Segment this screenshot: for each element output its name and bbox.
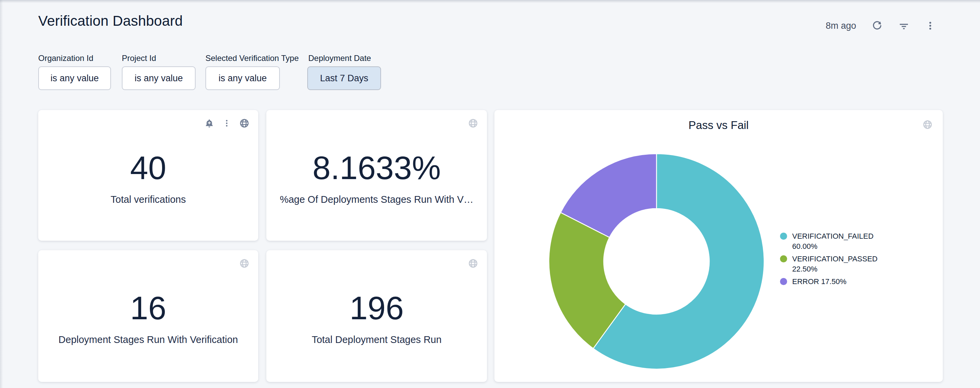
legend-item-verification-passed[interactable]: VERIFICATION_PASSED 22.50% — [780, 254, 883, 274]
pass-vs-fail-card: Pass vs Fail VERIFICATION_FAILED 60.00% — [495, 110, 943, 382]
globe-icon[interactable] — [468, 118, 478, 128]
legend-value: 17.50% — [821, 277, 847, 286]
top-scroll-shadow — [0, 0, 980, 3]
filter-label: Deployment Date — [308, 53, 371, 63]
tile-value: 16 — [130, 290, 167, 326]
tile-stages-run-with-verification: 16 Deployment Stages Run With Verificati… — [38, 250, 258, 382]
filter-value-button[interactable]: Last 7 Days — [307, 66, 381, 90]
legend-dot — [780, 278, 787, 285]
filter-label: Organization Id — [38, 53, 94, 63]
tile-label: Deployment Stages Run With Verification — [59, 334, 238, 345]
filter-label: Project Id — [122, 53, 156, 63]
chart-title: Pass vs Fail — [495, 119, 943, 132]
legend-value: 60.00% — [792, 242, 818, 251]
filter-value-button[interactable]: is any value — [38, 66, 111, 90]
tile-kebab-icon[interactable] — [222, 119, 231, 128]
legend-item-error[interactable]: ERROR 17.50% — [780, 276, 883, 287]
tile-total-deployment-stages-run: 196 Total Deployment Stages Run — [266, 250, 487, 382]
legend-label: VERIFICATION_FAILED — [792, 232, 873, 240]
legend-item-verification-failed[interactable]: VERIFICATION_FAILED 60.00% — [780, 231, 883, 252]
alert-bell-add-icon[interactable] — [204, 118, 214, 128]
globe-icon[interactable] — [468, 258, 478, 268]
tile-percentage-stages-with-verification: 8.1633% %age Of Deployments Stages Run W… — [266, 110, 487, 241]
donut-chart[interactable] — [547, 152, 765, 370]
verification-dashboard-page: Verification Dashboard 8m ago — [0, 0, 980, 388]
tile-value: 196 — [350, 290, 404, 326]
tile-total-verifications: 40 Total verifications — [38, 110, 258, 241]
filter-value-button[interactable]: is any value — [205, 66, 280, 90]
tile-label: Total verifications — [111, 194, 186, 205]
filter-value-button[interactable]: is any value — [122, 66, 196, 90]
last-refresh-text: 8m ago — [826, 21, 856, 31]
legend-dot — [780, 233, 787, 240]
filter-label: Selected Verification Type — [205, 53, 299, 63]
tile-value: 40 — [130, 150, 167, 186]
refresh-icon[interactable] — [872, 20, 883, 31]
chart-legend: VERIFICATION_FAILED 60.00% VERIFICATION_… — [780, 231, 883, 287]
tile-label: %age Of Deployments Stages Run With V… — [280, 194, 473, 205]
filter-icon[interactable] — [898, 20, 910, 32]
left-scroll-shadow — [0, 0, 3, 388]
globe-icon[interactable] — [239, 118, 250, 128]
header-actions: 8m ago — [826, 17, 935, 35]
donut-chart-wrap — [547, 152, 765, 372]
legend-value: 22.50% — [792, 265, 818, 273]
legend-dot — [780, 255, 787, 262]
more-options-icon[interactable] — [925, 21, 935, 31]
legend-label: VERIFICATION_PASSED — [792, 255, 877, 263]
globe-icon[interactable] — [239, 258, 250, 268]
tile-label: Total Deployment Stages Run — [312, 334, 442, 345]
tile-value: 8.1633% — [313, 150, 441, 186]
globe-icon[interactable] — [923, 120, 932, 130]
legend-label: ERROR — [792, 277, 819, 286]
page-title: Verification Dashboard — [38, 13, 183, 29]
